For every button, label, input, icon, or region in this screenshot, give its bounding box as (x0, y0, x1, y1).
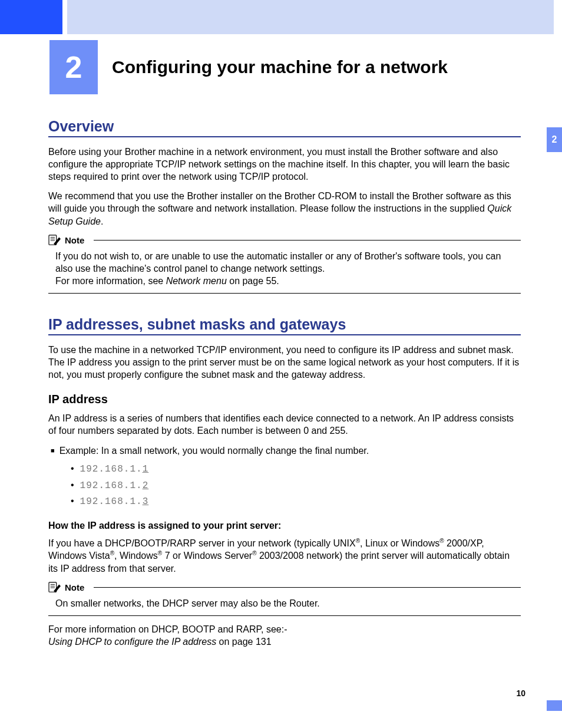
note-rule (94, 587, 521, 588)
note-block-1: Note If you do not wish to, or are unabl… (48, 235, 521, 294)
pencil-note-icon (48, 235, 61, 246)
chapter-header: 2 Configuring your machine for a network (0, 40, 562, 94)
page-number: 10 (516, 689, 525, 698)
ip-example-3: 192.168.1.3 (71, 493, 521, 510)
section-heading-overview: Overview (48, 118, 521, 137)
overview-paragraph-2: We recommend that you use the Brother in… (48, 190, 521, 227)
section-heading-ip: IP addresses, subnet masks and gateways (48, 316, 521, 335)
subhead-ip-address: IP address (48, 393, 521, 406)
page-content: Overview Before using your Brother machi… (0, 118, 562, 648)
note-body-2: On smaller networks, the DHCP server may… (48, 594, 521, 613)
ip-example-1: 192.168.1.1 (71, 461, 521, 477)
pencil-note-icon (48, 582, 61, 594)
top-bar-light (67, 0, 554, 34)
overview-paragraph-1: Before using your Brother machine in a n… (48, 146, 521, 183)
ip-example-2: 192.168.1.2 (71, 477, 521, 494)
note-label: Note (65, 582, 84, 592)
how-assigned-paragraph: If you have a DHCP/BOOTP/RARP server in … (48, 537, 521, 575)
top-bar-accent (0, 0, 62, 34)
note-body-1: If you do not wish to, or are unable to … (48, 246, 521, 291)
note-block-2: Note On smaller networks, the DHCP serve… (48, 582, 521, 616)
chapter-number-box: 2 (49, 40, 98, 94)
chapter-title: Configuring your machine for a network (112, 57, 448, 77)
note-rule (94, 240, 521, 241)
top-bar (0, 0, 562, 34)
page-corner-tab (547, 700, 562, 711)
example-bullet: Example: In a small network, you would n… (51, 444, 521, 457)
subsub-how-assigned: How the IP address is assigned to your p… (48, 521, 521, 531)
ip-intro: To use the machine in a networked TCP/IP… (48, 344, 521, 381)
ip-address-paragraph: An IP address is a series of numbers tha… (48, 412, 521, 437)
note-label: Note (65, 235, 84, 245)
more-info-paragraph: For more information on DHCP, BOOTP and … (48, 623, 521, 648)
side-chapter-tab: 2 (547, 127, 562, 152)
